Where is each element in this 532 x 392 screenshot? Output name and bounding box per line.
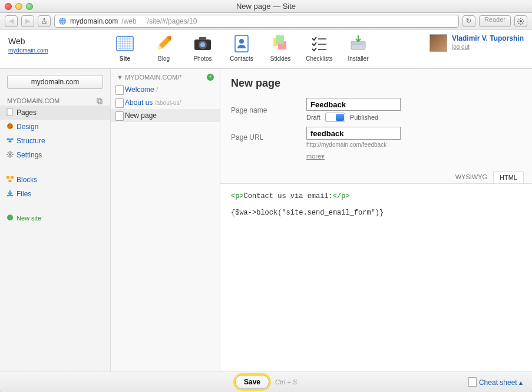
app-stickies[interactable]: Stickies (266, 33, 295, 62)
svg-rect-13 (276, 35, 284, 44)
footer: Save Ctrl + S Cheat sheet ▴ (0, 371, 532, 392)
svg-rect-24 (6, 176, 9, 179)
status-published: Published (350, 114, 378, 121)
sidebar-item-label: Pages (16, 108, 37, 117)
page-item-slug: /about-us/ (155, 100, 181, 106)
page-url-input[interactable] (306, 127, 401, 140)
editor-tabs: WYSIWYG HTML (220, 171, 532, 183)
sidebar-item-pages[interactable]: Pages (0, 106, 110, 120)
brand-link[interactable]: mydomain.com (8, 47, 48, 54)
svg-point-23 (9, 153, 11, 156)
sidebar-item-label: Structure (16, 137, 45, 145)
page-menu-button[interactable] (514, 15, 527, 27)
code-editor[interactable]: <p>Contact us via email:</p> {$wa->block… (220, 183, 532, 371)
sidebar-item-settings[interactable]: Settings (0, 148, 110, 162)
tab-wysiwyg[interactable]: WYSIWYG (450, 171, 493, 183)
app-site[interactable]: Site (111, 33, 139, 62)
url-path: /web (121, 17, 136, 25)
reload-button[interactable]: ↻ (462, 15, 475, 27)
design-icon (6, 122, 14, 130)
svg-rect-15 (352, 42, 364, 45)
svg-rect-26 (9, 180, 12, 182)
app-label: Checklists (305, 55, 333, 62)
svg-rect-6 (199, 37, 206, 40)
page-tree-item[interactable]: New page (111, 109, 220, 122)
more-link[interactable]: more▾ (306, 153, 325, 160)
page-item-label: About us (125, 98, 153, 107)
pencil-icon (153, 33, 174, 54)
share-button[interactable] (38, 15, 51, 27)
status-draft: Draft (306, 114, 320, 121)
app-label: Contacts (227, 55, 256, 62)
sidebar-item-label: Design (16, 123, 38, 131)
app-installer[interactable]: Installer (344, 33, 372, 62)
browser-toolbar: ◀ ▶ mydomain.com/web /site/#/pages/10 ↻ … (0, 13, 532, 29)
checklists-icon (309, 33, 330, 54)
add-page-button[interactable]: + (207, 74, 214, 81)
save-button[interactable]: Save (235, 375, 269, 389)
publish-toggle[interactable] (325, 113, 345, 122)
user-panel: Vladimir V. Tuporshin log out (429, 33, 524, 52)
settings-icon (6, 150, 14, 159)
user-name[interactable]: Vladimir V. Tuporshin (452, 34, 524, 42)
titlebar: New page — Site (0, 0, 532, 13)
editor-panel: New page Page name Draft Published (220, 69, 532, 371)
cheat-sheet-link[interactable]: Cheat sheet ▴ (468, 377, 523, 387)
app-blog[interactable]: Blog (150, 33, 178, 62)
contacts-icon (231, 33, 252, 54)
app-switcher: Site Blog Photos Contacts Stickies (111, 33, 372, 62)
sidebar-item-structure[interactable]: Structure (0, 134, 110, 148)
app-contacts[interactable]: Contacts (227, 33, 256, 62)
installer-icon (348, 33, 369, 54)
copy-icon[interactable] (96, 97, 103, 104)
page-tree-header: ▼ MYDOMAIN.COM/* (117, 74, 182, 81)
domain-selector[interactable]: mydomain.com (7, 75, 103, 89)
svg-point-20 (8, 124, 10, 126)
page-title: New page (231, 77, 521, 90)
page-item-label: Welcome (125, 85, 154, 94)
forward-button[interactable]: ▶ (21, 15, 34, 27)
pages-icon (6, 108, 14, 116)
sidebar-item-files[interactable]: Files (0, 187, 110, 201)
svg-point-4 (168, 36, 171, 39)
brand-name: Web (8, 37, 111, 46)
svg-rect-18 (7, 108, 12, 116)
svg-point-2 (520, 20, 522, 22)
app-label: Photos (189, 55, 217, 62)
blocks-icon (6, 175, 14, 183)
save-hint: Ctrl + S (275, 378, 297, 386)
page-url-label: Page URL (231, 133, 306, 141)
url-hash: /site/#/pages/10 (147, 17, 197, 25)
avatar[interactable] (429, 34, 447, 52)
back-button[interactable]: ◀ (5, 15, 18, 27)
brand: Web mydomain.com (8, 33, 111, 54)
tab-html[interactable]: HTML (493, 171, 524, 183)
window-title: New page — Site (0, 2, 532, 11)
app-photos[interactable]: Photos (189, 33, 217, 62)
sidebar: mydomain.com MYDOMAIN.COM PagesDesignStr… (0, 69, 111, 371)
page-url-hint: http://mydomain.com/feedback (306, 141, 401, 148)
reader-button[interactable]: Reader (479, 15, 511, 27)
site-icon (114, 33, 136, 54)
stickies-icon (270, 33, 291, 54)
page-name-input[interactable] (306, 98, 401, 111)
structure-icon (6, 136, 14, 144)
page-item-slug: / (156, 87, 158, 93)
sidebar-item-design[interactable]: Design (0, 120, 110, 134)
globe-icon (58, 17, 67, 25)
logout-link[interactable]: log out (452, 44, 470, 50)
sidebar-item-blocks[interactable]: Blocks (0, 173, 110, 187)
page-tree-item[interactable]: About us /about-us/ (111, 96, 220, 109)
sidebar-item-label: Blocks (16, 176, 37, 184)
app-checklists[interactable]: Checklists (305, 33, 333, 62)
camera-icon (192, 33, 213, 54)
page-item-label: New page (125, 111, 157, 120)
files-icon (6, 189, 14, 197)
app-header: Web mydomain.com Site Blog Photos (0, 29, 532, 68)
svg-point-19 (7, 123, 13, 129)
new-site-link[interactable]: New site (0, 212, 110, 225)
address-bar[interactable]: mydomain.com/web /site/#/pages/10 (54, 15, 459, 28)
svg-rect-16 (97, 98, 101, 103)
page-tree-item[interactable]: Welcome / (111, 83, 220, 96)
svg-point-10 (239, 39, 244, 44)
